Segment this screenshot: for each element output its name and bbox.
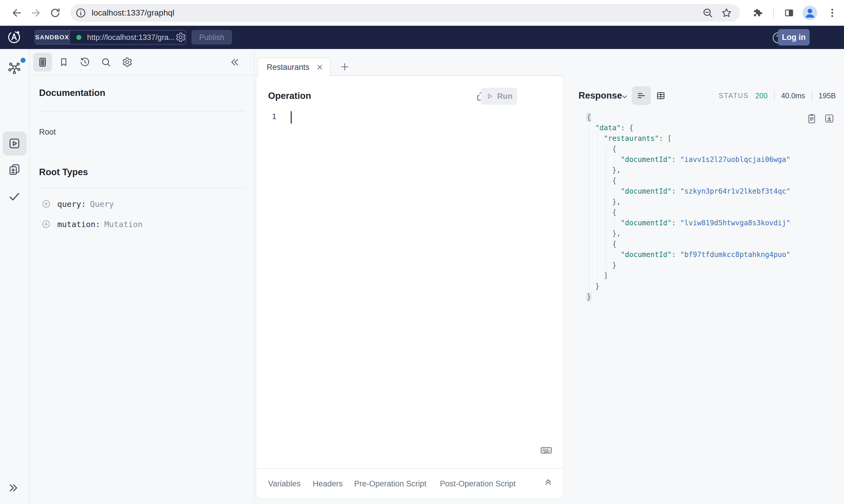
- json-line: "documentId": "szkyn3pr64r1v2lkebf3t4qc": [587, 186, 838, 197]
- metrics-divider: [774, 90, 775, 101]
- editor-line-number: 1: [264, 112, 276, 121]
- json-line: }: [587, 292, 838, 302]
- login-button[interactable]: Log in: [778, 29, 810, 46]
- browser-menu-icon[interactable]: [827, 7, 838, 18]
- schema-graph-icon[interactable]: [7, 61, 21, 75]
- back-icon[interactable]: [11, 7, 23, 19]
- address-bar[interactable]: localhost:1337/graphql: [70, 4, 740, 22]
- site-info-icon[interactable]: [75, 7, 86, 18]
- connection-status-dot: [76, 35, 81, 40]
- tab-headers[interactable]: Headers: [313, 479, 343, 488]
- status-code: 200: [755, 92, 768, 100]
- json-line: }: [587, 260, 838, 270]
- forward-icon[interactable]: [30, 7, 42, 19]
- documentation-tab-icon[interactable]: [37, 57, 48, 68]
- doc-panel-toolbar: [30, 49, 254, 75]
- reload-icon[interactable]: [49, 7, 61, 19]
- apollo-toolbar: SANDBOX http://localhost:1337/gra... Pub…: [0, 26, 844, 49]
- json-line: "documentId": "lviw819d5htwvga8s3kovdij": [587, 218, 838, 228]
- side-panel-icon[interactable]: [783, 7, 795, 18]
- divider: [39, 111, 244, 111]
- bookmark-star-icon[interactable]: [721, 7, 733, 19]
- left-rail: [0, 49, 30, 504]
- profile-avatar[interactable]: [802, 5, 818, 21]
- run-play-icon: [485, 92, 494, 100]
- json-line: "data": {: [587, 123, 838, 133]
- json-line: {: [587, 176, 838, 186]
- tab-pre-operation-script[interactable]: Pre-Operation Script: [354, 479, 426, 488]
- metrics-divider: [812, 90, 812, 101]
- settings-icon[interactable]: [122, 57, 133, 68]
- response-metrics: STATUS 200 40.0ms 195B: [719, 89, 836, 103]
- operation-title: Operation: [268, 91, 311, 101]
- url-text: localhost:1337/graphql: [92, 8, 702, 18]
- operation-dock: Variables Headers Pre-Operation Script P…: [256, 469, 563, 499]
- sandbox-badge: SANDBOX: [35, 31, 70, 44]
- json-line: },: [587, 197, 838, 207]
- field-type[interactable]: Mutation: [104, 220, 142, 229]
- root-types-title: Root Types: [39, 167, 88, 178]
- json-line: "restaurants": [: [587, 133, 838, 144]
- schema-notification-dot: [20, 58, 25, 63]
- run-button-label: Run: [497, 92, 513, 101]
- endpoint-url[interactable]: http://localhost:1337/gra...: [87, 33, 175, 42]
- json-line: {: [587, 239, 838, 249]
- new-tab-icon[interactable]: [339, 61, 350, 72]
- json-line: },: [587, 228, 838, 239]
- endpoint-chip: SANDBOX http://localhost:1337/gra...: [35, 30, 186, 44]
- expand-dock-icon[interactable]: [543, 476, 554, 486]
- field-name[interactable]: query:: [57, 199, 86, 209]
- history-icon[interactable]: [79, 57, 90, 68]
- zoom-out-icon[interactable]: [702, 7, 713, 19]
- tab-post-operation-script[interactable]: Post-Operation Script: [440, 479, 516, 488]
- operation-editor-card: Operation Run 1 Variables Heade: [256, 76, 563, 499]
- json-line: },: [587, 165, 838, 176]
- response-title: Response: [579, 90, 622, 101]
- toolbar-divider: [773, 7, 774, 19]
- extensions-icon[interactable]: [752, 7, 763, 18]
- run-button[interactable]: Run: [481, 88, 517, 105]
- json-line: "documentId": "bf97tfdumkcc8ptahkng4puo": [587, 249, 838, 260]
- documentation-panel: Documentation Root Root Types query: Que…: [30, 49, 255, 504]
- checks-icon[interactable]: [7, 190, 21, 203]
- add-field-icon[interactable]: [41, 199, 51, 209]
- publish-button[interactable]: Publish: [191, 30, 232, 44]
- collapse-panel-icon[interactable]: [229, 57, 240, 68]
- json-line: "documentId": "iavv1s2l27uoblqcjai06wga": [587, 154, 838, 165]
- root-type-row-mutation: mutation: Mutation: [41, 219, 142, 229]
- operation-collection-icon[interactable]: [7, 163, 21, 176]
- response-menu-chevron-icon[interactable]: [621, 93, 628, 101]
- search-icon[interactable]: [100, 57, 111, 68]
- close-tab-icon[interactable]: [316, 64, 324, 71]
- expand-rail-icon[interactable]: [7, 482, 20, 494]
- json-line: {: [587, 144, 838, 154]
- explorer-icon[interactable]: [7, 137, 21, 150]
- apollo-logo[interactable]: [6, 29, 22, 45]
- doc-root-link[interactable]: Root: [39, 128, 56, 137]
- bookmarks-icon[interactable]: [58, 57, 69, 68]
- editor-caret[interactable]: [291, 111, 292, 124]
- response-json: {"data": {"restaurants": [{"documentId":…: [587, 112, 838, 302]
- operation-tab-label: Restaurants: [266, 63, 316, 72]
- field-name[interactable]: mutation:: [57, 220, 100, 229]
- status-label: STATUS: [719, 92, 749, 100]
- json-line: }: [587, 281, 838, 292]
- field-type[interactable]: Query: [90, 199, 114, 209]
- operation-tab[interactable]: Restaurants: [257, 57, 331, 76]
- keyboard-shortcuts-icon[interactable]: [539, 444, 553, 457]
- json-line: ]: [587, 270, 838, 281]
- table-view-icon[interactable]: [655, 90, 666, 101]
- json-line: {: [587, 112, 838, 123]
- response-duration: 40.0ms: [781, 92, 805, 100]
- response-size: 195B: [819, 92, 836, 100]
- tab-variables[interactable]: Variables: [268, 479, 301, 488]
- response-panel: Response STATUS 200 40.0ms 195B {"data":…: [563, 49, 844, 504]
- divider: [39, 188, 244, 188]
- doc-panel-title: Documentation: [39, 88, 105, 98]
- app: localhost:1337/graphql SANDBOX: [0, 0, 844, 504]
- browser-chrome: localhost:1337/graphql: [0, 0, 844, 26]
- json-view-icon[interactable]: [636, 90, 647, 101]
- root-type-row-query: query: Query: [41, 199, 114, 209]
- add-field-icon[interactable]: [41, 219, 51, 229]
- connection-settings-icon[interactable]: [175, 32, 186, 43]
